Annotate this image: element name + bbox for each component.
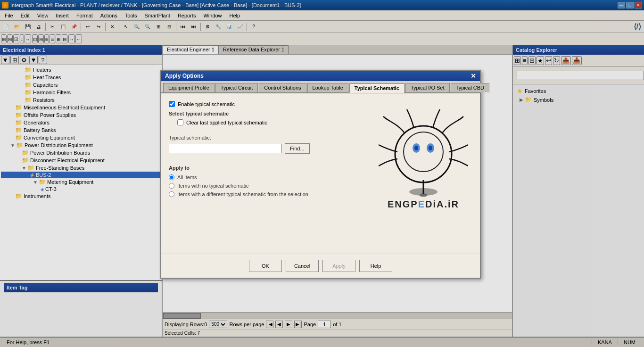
dialog-title-text: Apply Options [165, 73, 204, 79]
radio-no-typical-input[interactable] [169, 183, 174, 189]
help-button[interactable]: Help [359, 260, 392, 272]
tab-typical-cbd[interactable]: Typical CBD [451, 83, 490, 92]
tab-typical-circuit[interactable]: Typical Circuit [215, 83, 258, 92]
radio-no-typical-label: Items with no typical schematic [177, 183, 249, 189]
tab-typical-schematic[interactable]: Typical Schematic [349, 83, 405, 93]
tab-control-stations[interactable]: Control Stations [259, 83, 306, 92]
tab-typical-io-set[interactable]: Typical I/O Set [405, 83, 450, 92]
enable-checkbox-label: Enable typical schematic [178, 101, 235, 107]
engpedia-brand: ENGP [388, 199, 418, 209]
modal-overlay: Apply Options ✕ Equipment Profile Typica… [0, 0, 644, 347]
engpedia-logo-area: ENGPEDiA.iR [376, 103, 471, 216]
engpedia-brand2: DiA.iR [425, 199, 459, 209]
radio-different-input[interactable] [169, 191, 174, 197]
dialog-buttons: OK Cancel Apply Help [161, 254, 480, 278]
svg-point-4 [414, 146, 418, 150]
radio-different-label: Items with a different typical schematic… [177, 191, 308, 197]
apply-options-dialog: Apply Options ✕ Equipment Profile Typica… [160, 70, 481, 279]
typical-schematic-input[interactable] [169, 144, 282, 153]
cancel-button[interactable]: Cancel [286, 260, 319, 272]
apply-button[interactable]: Apply [322, 260, 355, 272]
ok-button[interactable]: OK [249, 260, 282, 272]
svg-point-7 [420, 193, 427, 197]
find-button[interactable]: Find... [285, 143, 310, 154]
radio-all-items-label: All items [177, 174, 197, 180]
svg-point-6 [429, 146, 432, 150]
dialog-title-bar: Apply Options ✕ [161, 71, 480, 81]
dialog-close-button[interactable]: ✕ [471, 72, 476, 80]
dialog-tabs: Equipment Profile Typical Circuit Contro… [161, 81, 480, 93]
tab-equipment-profile[interactable]: Equipment Profile [163, 83, 215, 92]
clear-checkbox-label: Clear last applied typical schematic [186, 120, 267, 125]
svg-point-2 [404, 132, 443, 172]
typical-schematic-label: Typical schematic: [169, 135, 211, 140]
engpedia-e: E [418, 199, 425, 209]
tab-lookup-table[interactable]: Lookup Table [307, 83, 348, 92]
clear-last-applied-checkbox[interactable] [177, 119, 183, 125]
dialog-body: Enable typical schematic Select typical … [161, 93, 480, 254]
enable-typical-schematic-checkbox[interactable] [169, 101, 175, 107]
radio-all-items-input[interactable] [169, 174, 174, 180]
logo-svg [379, 109, 468, 204]
